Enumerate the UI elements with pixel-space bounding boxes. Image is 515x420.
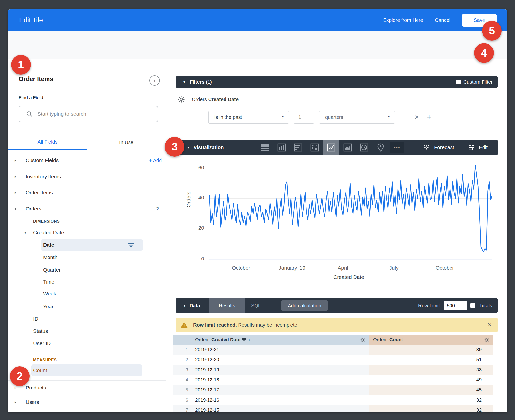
viz-type-table-icon[interactable] xyxy=(257,140,273,155)
field-week[interactable]: Week xyxy=(8,288,166,300)
tree-subgroup-created-date[interactable]: ▾ Created Date xyxy=(8,226,166,239)
field-search-input[interactable] xyxy=(37,111,146,117)
viz-type-row-icon[interactable] xyxy=(290,140,306,155)
custom-filter-toggle[interactable]: Custom Filter xyxy=(456,79,493,85)
field-month[interactable]: Month xyxy=(8,251,166,263)
select-arrows-icon: ↕ xyxy=(282,114,284,120)
x-tick: April xyxy=(338,265,348,271)
filter-icon[interactable] xyxy=(128,242,134,248)
orders-line xyxy=(209,165,492,252)
x-tick: July xyxy=(389,265,398,271)
add-filter-icon[interactable]: + xyxy=(427,113,432,122)
dismiss-warning-icon[interactable]: × xyxy=(488,321,492,329)
y-tick: 20 xyxy=(189,225,204,231)
field-id[interactable]: ID xyxy=(8,313,166,325)
tree-group-inventory-items[interactable]: ▸ Inventory Items xyxy=(8,170,166,183)
viz-type-area-icon[interactable] xyxy=(339,140,356,155)
row-limit-label: Row Limit xyxy=(418,303,440,308)
filter-value-input[interactable] xyxy=(294,111,314,124)
viz-type-bar-icon[interactable] xyxy=(273,140,290,155)
row-number: 6 xyxy=(173,395,191,405)
collapse-sidebar-icon[interactable]: ‹ xyxy=(149,75,160,86)
remove-filter-icon[interactable]: × xyxy=(415,113,419,121)
sort-desc-arrow-icon: ↓ xyxy=(248,337,251,342)
gear-icon[interactable] xyxy=(360,337,365,343)
table-row[interactable]: 22019-12-2051 xyxy=(173,355,497,365)
filters-section-bar[interactable]: ▾ Filters (1) Custom Filter xyxy=(176,76,498,88)
divider xyxy=(8,184,166,184)
data-bar-right: Row Limit Totals xyxy=(418,301,492,310)
field-year[interactable]: Year xyxy=(8,300,166,313)
visualization-section-bar[interactable]: ▾ Visualization xyxy=(176,140,498,155)
field-status[interactable]: Status xyxy=(8,325,166,337)
field-search-box[interactable] xyxy=(19,106,158,122)
field-date-selected[interactable]: Date xyxy=(41,239,143,251)
orders-line-chart[interactable] xyxy=(209,163,492,261)
tree-group-order-items[interactable]: ▸ Order Items xyxy=(8,186,166,199)
add-custom-field-button[interactable]: + Add xyxy=(149,158,162,163)
group-label: Custom Fields xyxy=(26,157,59,163)
row-limit-input[interactable] xyxy=(444,301,467,310)
table-row[interactable]: 52019-12-1745 xyxy=(173,385,497,395)
table-row[interactable]: 42019-12-1849 xyxy=(173,375,497,385)
gear-icon[interactable] xyxy=(178,96,185,103)
viz-type-more-icon[interactable]: ••• xyxy=(390,142,404,153)
sort-bars-icon xyxy=(242,338,246,341)
filter-condition-select[interactable]: is in the past ↕ xyxy=(208,111,289,124)
tree-group-orders[interactable]: ▾ Orders 2 xyxy=(8,203,166,215)
section-collapse-icon[interactable]: ▾ xyxy=(183,80,185,84)
table-row[interactable]: 72019-12-1532 xyxy=(173,405,497,412)
field-time[interactable]: Time xyxy=(8,276,166,288)
table-header: Orders Created Date ↓ Orders xyxy=(173,335,497,345)
gear-icon[interactable] xyxy=(484,337,489,343)
field-quarter[interactable]: Quarter xyxy=(8,264,166,276)
field-label: Count xyxy=(33,367,47,373)
sparkle-icon xyxy=(423,144,431,151)
custom-filter-checkbox[interactable] xyxy=(456,80,461,84)
viz-type-scatter-icon[interactable] xyxy=(306,140,323,155)
chevron-down-icon: ▾ xyxy=(15,207,16,211)
table-row[interactable]: 12019-12-2139 xyxy=(173,345,497,355)
cell-date: 2019-12-20 xyxy=(191,355,369,365)
tab-in-use[interactable]: In Use xyxy=(87,135,166,150)
section-collapse-icon[interactable]: ▾ xyxy=(187,145,189,150)
tab-results[interactable]: Results xyxy=(209,298,245,313)
tab-sql[interactable]: SQL xyxy=(245,298,267,313)
viz-type-line-icon[interactable] xyxy=(323,140,339,155)
table-row[interactable]: 62019-12-1632 xyxy=(173,395,497,405)
explore-title: Order Items xyxy=(19,75,53,82)
filter-unit-select[interactable]: quarters ↕ xyxy=(319,111,395,124)
custom-filter-label: Custom Filter xyxy=(463,79,493,85)
data-section-bar[interactable]: ▾ Data Results SQL Add calculation Row L… xyxy=(176,298,498,313)
tree-group-users[interactable]: ▸ Users xyxy=(8,396,166,408)
table-row[interactable]: 32019-12-1938 xyxy=(173,365,497,375)
column-field-name: Count xyxy=(389,337,403,342)
column-view-name: Orders xyxy=(195,337,209,342)
section-collapse-icon[interactable]: ▾ xyxy=(184,303,186,308)
tree-group-custom-fields[interactable]: ▸ Custom Fields + Add xyxy=(8,154,166,166)
divider xyxy=(8,200,166,200)
row-limit-warning: Row limit reached. Results may be incomp… xyxy=(176,318,498,332)
field-user-id[interactable]: User ID xyxy=(8,337,166,350)
add-calculation-button[interactable]: Add calculation xyxy=(281,300,328,311)
column-header-count[interactable]: Orders Count xyxy=(369,335,493,345)
field-label: ID xyxy=(33,316,38,322)
field-count-selected[interactable]: Count xyxy=(31,364,142,376)
group-label: Users xyxy=(26,399,39,405)
viz-type-map-icon[interactable] xyxy=(372,140,389,155)
edit-viz-button[interactable]: Edit xyxy=(468,144,488,151)
edit-label: Edit xyxy=(479,145,488,150)
forecast-button[interactable]: Forecast xyxy=(423,144,454,151)
totals-checkbox[interactable] xyxy=(470,303,475,308)
table-body: 12019-12-2139 22019-12-2051 32019-12-193… xyxy=(173,345,497,412)
column-header-created-date[interactable]: Orders Created Date ↓ xyxy=(191,335,369,345)
chevron-right-icon: ▸ xyxy=(15,386,16,390)
tree-group-products[interactable]: ▸ Products xyxy=(8,382,166,394)
field-label: Week xyxy=(43,291,56,297)
filters-title: Filters (1) xyxy=(190,79,212,85)
cancel-link[interactable]: Cancel xyxy=(435,17,450,23)
viz-type-pie-icon[interactable] xyxy=(356,140,372,155)
field-label: Created Date xyxy=(33,230,64,236)
explore-from-here-link[interactable]: Explore from Here xyxy=(383,17,423,23)
tab-all-fields[interactable]: All Fields xyxy=(8,135,87,150)
